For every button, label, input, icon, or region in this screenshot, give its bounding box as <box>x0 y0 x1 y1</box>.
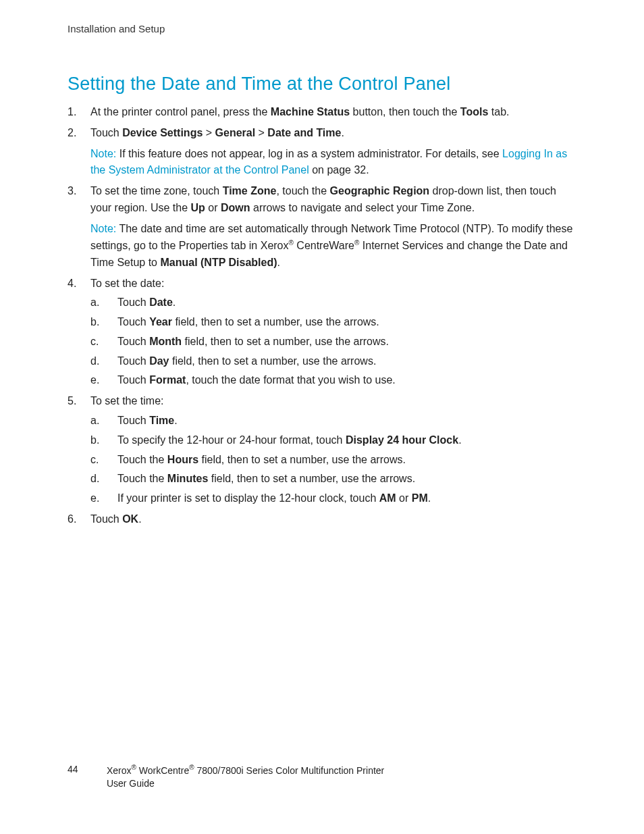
text: CentreWare <box>294 240 354 251</box>
text: . <box>458 434 461 446</box>
substep: Touch Time. <box>90 413 576 429</box>
steps-list: At the printer control panel, press the … <box>68 104 576 528</box>
text: Touch <box>117 355 149 367</box>
bold: Device Settings <box>122 127 203 138</box>
bold: Day <box>149 355 169 367</box>
bold: Down <box>221 202 250 213</box>
substep: Touch the Hours field, then to set a num… <box>90 452 576 469</box>
bold: Date <box>149 296 173 308</box>
substep: Touch Format, touch the date format that… <box>90 372 576 389</box>
text: To set the date: <box>90 278 164 289</box>
text: Touch <box>117 296 149 308</box>
substep: Touch the Minutes field, then to set a n… <box>90 471 576 488</box>
bold: Hours <box>167 454 198 465</box>
substeps: Touch Time. To specify the 12-hour or 24… <box>90 413 576 507</box>
bold: Month <box>149 336 182 347</box>
substep: Touch Date. <box>90 294 576 311</box>
text: . <box>174 415 177 426</box>
text: field, then to set a number, use the arr… <box>172 316 379 328</box>
substep: To specify the 12-hour or 24-hour format… <box>90 432 576 449</box>
text: Touch the <box>117 454 167 465</box>
text: or <box>396 492 412 504</box>
bold: AM <box>379 492 396 504</box>
text: Touch the <box>117 473 167 484</box>
text: . <box>277 257 280 268</box>
bold: General <box>215 127 256 138</box>
substep: If your printer is set to display the 12… <box>90 490 576 507</box>
registered-icon: ® <box>131 764 136 771</box>
running-header: Installation and Setup <box>68 23 576 34</box>
text: To set the time zone, touch <box>90 185 223 197</box>
text: field, then to set a number, use the arr… <box>169 355 377 367</box>
text: tab. <box>488 106 509 118</box>
text: At the printer control panel, press the <box>90 106 271 118</box>
note-label: Note: <box>90 223 116 234</box>
registered-icon: ® <box>189 764 194 771</box>
text: Touch <box>117 336 149 347</box>
bold: Machine Status <box>271 106 350 118</box>
text: Touch <box>90 513 122 525</box>
text: , touch the date format that you wish to… <box>186 374 395 386</box>
step-3: To set the time zone, touch Time Zone, t… <box>68 183 576 271</box>
note-label: Note: <box>90 148 116 159</box>
text: Touch <box>117 316 149 328</box>
text: field, then to set a number, use the arr… <box>198 454 406 465</box>
text: , touch the <box>276 185 329 197</box>
text: or <box>205 202 221 213</box>
text: Touch <box>90 127 122 138</box>
text: arrows to navigate and select your Time … <box>250 202 475 213</box>
substep: Touch Month field, then to set a number,… <box>90 334 576 350</box>
text: 7800/7800i Series Color Multifunction Pr… <box>194 765 385 776</box>
text: . <box>138 513 141 525</box>
step-4: To set the date: Touch Date. Touch Year … <box>68 276 576 390</box>
bold: OK <box>122 513 138 525</box>
bold: Year <box>149 316 172 328</box>
text: . <box>173 296 176 308</box>
substeps: Touch Date. Touch Year field, then to se… <box>90 294 576 389</box>
bold: Tools <box>460 106 488 118</box>
step-5: To set the time: Touch Time. To specify … <box>68 393 576 507</box>
text: If your printer is set to display the 12… <box>117 492 379 504</box>
text: Xerox <box>107 765 132 776</box>
text: User Guide <box>107 778 155 789</box>
bold: Date and Time <box>267 127 341 138</box>
text: field, then to set a number, use the arr… <box>182 336 389 347</box>
text: field, then to set a number, use the arr… <box>208 473 415 484</box>
page-title: Setting the Date and Time at the Control… <box>68 74 576 95</box>
bold: Minutes <box>167 473 208 484</box>
text: . <box>428 492 431 504</box>
text: To specify the 12-hour or 24-hour format… <box>117 434 346 446</box>
text: If this feature does not appear, log in … <box>116 148 502 159</box>
bold: Up <box>191 202 205 213</box>
bold: Manual (NTP Disabled) <box>160 257 277 268</box>
text: > <box>255 127 267 138</box>
step-2: Touch Device Settings > General > Date a… <box>68 125 576 179</box>
substep: Touch Day field, then to set a number, u… <box>90 353 576 370</box>
bold: Geographic Region <box>330 185 430 197</box>
page-number: 44 <box>68 763 104 777</box>
footer-text: Xerox® WorkCentre® 7800/7800i Series Col… <box>107 763 384 791</box>
text: To set the time: <box>90 395 164 407</box>
text: WorkCentre <box>136 765 189 776</box>
text: button, then touch the <box>350 106 460 118</box>
bold: Display 24 hour Clock <box>346 434 458 446</box>
step-6: Touch OK. <box>68 511 576 528</box>
text: . <box>341 127 344 138</box>
bold: Time <box>149 415 174 426</box>
note: Note: If this feature does not appear, l… <box>90 146 576 180</box>
step-1: At the printer control panel, press the … <box>68 104 576 121</box>
substep: Touch Year field, then to set a number, … <box>90 314 576 331</box>
text: on page 32. <box>309 164 369 176</box>
bold: PM <box>412 492 428 504</box>
page-footer: 44 Xerox® WorkCentre® 7800/7800i Series … <box>68 763 384 791</box>
note: Note: The date and time are set automati… <box>90 221 576 271</box>
text: Touch <box>117 415 149 426</box>
registered-icon: ® <box>289 239 294 246</box>
text: Touch <box>117 374 149 386</box>
text: > <box>203 127 215 138</box>
bold: Format <box>149 374 186 386</box>
bold: Time Zone <box>223 185 277 197</box>
